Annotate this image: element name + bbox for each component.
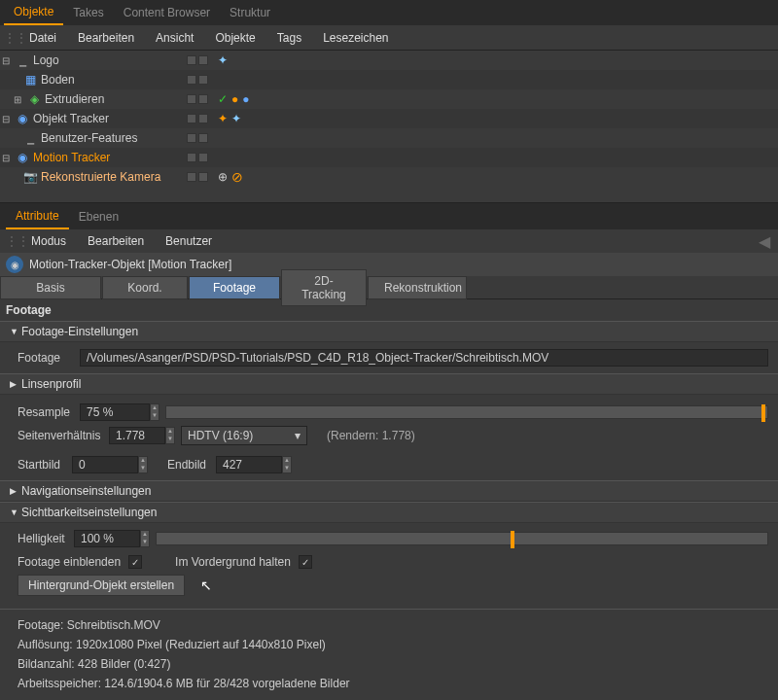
tree-item-motion[interactable]: Motion Tracker	[33, 151, 110, 164]
label-resample: Resample	[18, 405, 80, 419]
spinner[interactable]: ▲▼	[140, 530, 150, 547]
tracker-icon: ◉	[15, 111, 30, 126]
menu-modus[interactable]: Modus	[21, 231, 76, 251]
label-helligkeit: Helligkeit	[18, 532, 74, 545]
chevron-down-icon: ▼	[10, 327, 21, 336]
input-endbild[interactable]	[216, 456, 282, 473]
expand-icon[interactable]: ⊟	[0, 114, 12, 124]
chevron-down-icon: ▼	[10, 508, 21, 517]
label-einblenden: Footage einblenden	[18, 555, 128, 569]
group-settings[interactable]: ▼ Footage-Einstellungen	[0, 321, 778, 342]
tree-item-tracker[interactable]: Objekt Tracker	[33, 112, 109, 125]
input-seiten[interactable]	[109, 427, 165, 444]
footage-info: Footage: Schreibtisch.MOV Auflösung: 192…	[0, 609, 778, 699]
tag-icon[interactable]: ✦	[231, 112, 241, 125]
menu-objekte[interactable]: Objekte	[205, 27, 265, 49]
expand-icon[interactable]: ⊟	[0, 153, 12, 163]
spinner[interactable]: ▲▼	[138, 456, 148, 473]
object-tree[interactable]: ⊟ ⎯ Logo ✦ ▦ Boden ⊞ ◈ Extrudieren ✓●● ⊟…	[0, 51, 778, 194]
spinner[interactable]: ▲▼	[150, 403, 159, 421]
subtab-tracking[interactable]: 2D-Tracking	[281, 269, 367, 306]
camera-icon: 📷	[22, 169, 38, 185]
back-arrow-icon[interactable]: ◀	[759, 232, 778, 251]
menu-benutzer[interactable]: Benutzer	[156, 231, 222, 251]
label-startbild: Startbild	[18, 458, 72, 472]
checkbox-vordergrund[interactable]: ✓	[299, 555, 312, 569]
tag-icon[interactable]: ●	[242, 92, 249, 106]
subtab-rekon[interactable]: Rekonstruktion	[368, 276, 467, 299]
input-resample[interactable]	[80, 403, 150, 421]
checkbox-einblenden[interactable]: ✓	[128, 555, 142, 569]
plane-icon: ▦	[22, 72, 38, 88]
label-endbild: Endbild	[167, 458, 216, 472]
input-helligkeit[interactable]	[74, 530, 140, 547]
check-icon[interactable]: ✓	[218, 92, 228, 106]
null-icon: ⎯	[22, 130, 38, 146]
tree-item-boden[interactable]: Boden	[41, 73, 75, 87]
subtab-basis[interactable]: Basis	[0, 276, 101, 299]
label-rendern: (Rendern: 1.778)	[327, 429, 415, 442]
cursor-icon: ↖	[200, 578, 212, 593]
spinner[interactable]: ▲▼	[282, 456, 292, 473]
group-linsen[interactable]: ▶ Linsenprofil	[0, 373, 778, 395]
input-startbild[interactable]	[72, 456, 138, 473]
tree-item-features[interactable]: Benutzer-Features	[41, 131, 137, 145]
tab-ebenen[interactable]: Ebenen	[69, 205, 128, 228]
chevron-right-icon: ▶	[10, 379, 21, 389]
dropdown-hdtv[interactable]: HDTV (16:9) ▾	[181, 426, 307, 445]
slider-helligkeit[interactable]	[156, 532, 768, 545]
label-footage: Footage	[18, 351, 80, 365]
menu-datei[interactable]: Datei	[19, 27, 66, 49]
object-title: Motion-Tracker-Objekt [Motion Tracker]	[29, 258, 231, 271]
tab-content-browser[interactable]: Content Browser	[114, 1, 220, 24]
null-icon: ⎯	[15, 52, 30, 68]
button-hintergrund[interactable]: Hintergrund-Objekt erstellen	[18, 575, 185, 596]
group-nav[interactable]: ▶ Navigationseinstellungen	[0, 480, 778, 502]
tree-item-logo[interactable]: Logo	[33, 53, 59, 67]
target-icon[interactable]: ⊕	[218, 170, 228, 184]
expand-icon[interactable]: ⊞	[12, 94, 23, 105]
tag-icon[interactable]: ✦	[218, 53, 228, 67]
menu-tags[interactable]: Tags	[267, 27, 311, 49]
expand-icon[interactable]: ⊟	[0, 55, 12, 66]
menu-ansicht[interactable]: Ansicht	[146, 27, 203, 49]
tag-icon[interactable]: ●	[231, 92, 238, 106]
tree-item-extrude[interactable]: Extrudieren	[45, 92, 104, 106]
tab-attribute[interactable]: Attribute	[6, 204, 69, 229]
label-seiten: Seitenverhältnis	[18, 429, 109, 442]
tab-takes[interactable]: Takes	[63, 1, 113, 24]
tab-struktur[interactable]: Struktur	[220, 1, 280, 24]
input-footage-path[interactable]	[80, 349, 768, 367]
grip-icon: ⋮⋮	[4, 31, 18, 45]
chevron-down-icon: ▾	[295, 429, 301, 442]
label-vordergrund: Im Vordergrund halten	[175, 555, 299, 569]
slider-resample[interactable]	[165, 405, 768, 419]
grip-icon: ⋮⋮	[6, 234, 19, 248]
prohibit-icon[interactable]: ⊘	[231, 169, 243, 185]
menu-bearbeiten2[interactable]: Bearbeiten	[78, 231, 154, 251]
chevron-right-icon: ▶	[10, 486, 21, 496]
subtab-footage[interactable]: Footage	[189, 276, 280, 299]
menu-bearbeiten[interactable]: Bearbeiten	[68, 27, 144, 49]
subtab-koord[interactable]: Koord.	[102, 276, 188, 299]
section-footage: Footage	[0, 299, 778, 321]
menu-lesezeichen[interactable]: Lesezeichen	[313, 27, 398, 49]
spinner[interactable]: ▲▼	[165, 427, 175, 444]
tab-objekte[interactable]: Objekte	[4, 0, 63, 25]
tree-item-kamera[interactable]: Rekonstruierte Kamera	[41, 170, 160, 184]
extrude-icon: ◈	[26, 91, 42, 107]
motion-tracker-icon: ◉	[6, 256, 23, 273]
group-sicht[interactable]: ▼ Sichtbarkeitseinstellungen	[0, 502, 778, 523]
motion-tracker-icon: ◉	[15, 150, 30, 165]
tag-icon[interactable]: ✦	[218, 112, 228, 125]
